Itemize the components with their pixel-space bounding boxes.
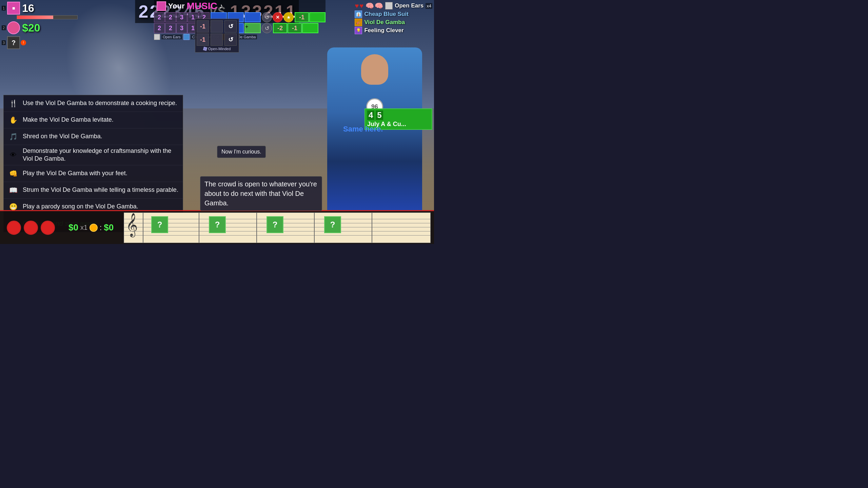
- action-icon-4: 👊: [7, 167, 19, 180]
- green-cell-2-neg1: -2: [273, 23, 287, 33]
- music-staff: 𝄞 ? ? ? ?: [124, 212, 431, 243]
- card-icons-brains: 🧠 🧠: [366, 2, 383, 10]
- hp-fill: [17, 16, 53, 19]
- brain-icon-1: 🧠: [366, 2, 374, 10]
- card-name-open-ears: Open Ears: [395, 2, 423, 9]
- music-header: Your MUSIC ♪: [154, 0, 326, 12]
- stat-row-lives: 1 ■ 16: [2, 2, 78, 15]
- om-refresh2: ↺: [224, 34, 237, 46]
- blue-cell-2-3: +: [244, 23, 261, 33]
- staff-question-3[interactable]: ?: [267, 216, 283, 233]
- action-item-3[interactable]: 👁 Demonstrate your knowledge of craftsma…: [4, 145, 183, 165]
- card-row-cheap-blue-suit: 👔 Cheap Blue Suit: [355, 11, 432, 18]
- card-row-feeling-clever: 💡 Feeling Clever: [355, 27, 432, 34]
- music-note-icon: ♪: [219, 2, 223, 11]
- viol-icon: 🎻: [355, 19, 362, 26]
- green-cell-1-main: [309, 12, 326, 22]
- bottom-score: $0: [104, 222, 114, 233]
- staff-divider-1: [143, 213, 143, 243]
- music-title: MUSIC: [186, 1, 217, 12]
- player-icon: ■: [7, 2, 20, 15]
- card-list: ♥ ♥ 🧠 🧠 Open Ears x4 👔 Cheap Blue Suit 🎻…: [355, 2, 432, 34]
- action-item-5[interactable]: 📖 Strum the Viol De Gamba while telling …: [4, 182, 183, 199]
- om-neg2: -1: [197, 34, 209, 46]
- player-money: $20: [22, 22, 40, 34]
- cheap-blue-suit-icon: [183, 34, 190, 40]
- speech-bubble-crowd: The crowd is open to whatever you're abo…: [200, 176, 322, 211]
- refresh-icon-1[interactable]: ↺: [262, 12, 272, 22]
- lives-section: [0, 221, 62, 235]
- card-name-cheap-blue-suit: Cheap Blue Suit: [364, 11, 408, 18]
- ms-cell-1-3: 3: [176, 12, 187, 22]
- star-icon-1[interactable]: ★: [283, 12, 294, 22]
- action-text-3: Demonstrate your knowledge of craftsmans…: [23, 147, 179, 163]
- action-icon-2: 🎵: [7, 130, 19, 143]
- ms-cell-2-2: 2: [165, 23, 176, 33]
- staff-divider-2: [199, 213, 199, 243]
- x4-badge: x4: [426, 3, 432, 9]
- heart-icon-1: ♥: [355, 2, 359, 10]
- staff-divider-3: [256, 213, 257, 243]
- row-label-3: 3: [2, 40, 6, 45]
- colon-text: :: [100, 223, 102, 232]
- curious-text: Now I'm curious.: [221, 149, 261, 155]
- om-cube-icon: [203, 47, 207, 51]
- money-section: $0 x1 : $0: [62, 222, 120, 233]
- action-item-2[interactable]: 🎵 Shred on the Viol De Gamba.: [4, 128, 183, 145]
- green-cells-1: -1: [295, 12, 326, 22]
- money-icon: [7, 21, 20, 34]
- card-row-viol-de-gamba: 🎻 Viol De Gamba: [355, 19, 432, 26]
- open-minded-panel: -1 ↺ -1 ↺ Open-Minded: [195, 19, 239, 53]
- open-ears-label: Open Ears: [161, 35, 182, 39]
- om-neg1: -1: [197, 20, 209, 33]
- refresh-icon-2[interactable]: ↺: [262, 23, 272, 33]
- action-text-0: Use the Viol De Gamba to demonstrate a c…: [23, 99, 177, 107]
- staff-question-1[interactable]: ?: [151, 216, 168, 233]
- bottom-hud: $0 x1 : $0 𝄞 ? ? ? ?: [0, 210, 434, 244]
- slot-3: 3 ? !: [2, 36, 78, 49]
- speech-bubble-curious: Now I'm curious.: [217, 146, 266, 158]
- player-lives: 16: [22, 2, 34, 15]
- opponent-hud: Your MUSIC ♪ 2 2 3 1 2 ↺ ✕ ★: [154, 0, 326, 40]
- green-cells-2: -2 -1: [273, 23, 318, 33]
- ear-icon: [385, 2, 393, 9]
- action-item-1[interactable]: ✋ Make the Viol De Gamba levitate.: [4, 112, 183, 128]
- brain-icon-2: 🧠: [375, 2, 383, 10]
- character-head: [361, 54, 388, 85]
- action-text-2: Shred on the Viol De Gamba.: [23, 133, 102, 140]
- blue-cell-1-3: [244, 12, 261, 22]
- july-numbers: 4 5: [367, 110, 430, 120]
- action-text-4: Play the Viol De Gamba with your feet.: [23, 169, 127, 177]
- x-icon-1[interactable]: ✕: [273, 12, 283, 22]
- stat-row-money: 2 $20: [2, 21, 78, 34]
- coin-icon: [90, 224, 98, 232]
- music-rows: 2 2 3 1 2 ↺ ✕ ★ -1 2: [154, 12, 326, 40]
- om-label-text: Open-Minded: [208, 47, 231, 51]
- action-item-4[interactable]: 👊 Play the Viol De Gamba with your feet.: [4, 165, 183, 182]
- multiply-text: x1: [80, 224, 87, 231]
- music-prefix: Your: [168, 2, 184, 11]
- om-empty1: [211, 20, 223, 33]
- music-cube-icon: [157, 1, 166, 11]
- unknown-card-icon: ?: [7, 36, 20, 49]
- action-icon-1: ✋: [7, 114, 19, 126]
- bottom-money: $0: [68, 222, 78, 233]
- action-text-5: Strum the Viol De Gamba while telling a …: [23, 186, 178, 194]
- action-text-6: Play a parody song on the Viol De Gamba.: [23, 203, 138, 210]
- action-text-1: Make the Viol De Gamba levitate.: [23, 116, 114, 124]
- action-item-0[interactable]: 🍴 Use the Viol De Gamba to demonstrate a…: [4, 95, 183, 112]
- action-icons-2: ↺: [262, 23, 272, 33]
- july-num-5: 5: [376, 110, 383, 120]
- staff-question-2[interactable]: ?: [209, 216, 226, 233]
- staff-divider-4: [314, 213, 315, 243]
- speech-bubble-same: Same here.: [339, 122, 387, 136]
- action-icon-5: 📖: [7, 184, 19, 196]
- staff-question-4[interactable]: ?: [324, 216, 341, 233]
- music-labels: Open Ears Cheap Blue Suit Viol De Gamba: [154, 34, 326, 40]
- july-num-4: 4: [367, 110, 374, 120]
- player-stats: 1 ■ 16 2 $20 3 ? !: [2, 2, 78, 49]
- card-icons-hearts: ♥ ♥: [355, 2, 363, 10]
- score-p1: 2: [138, 1, 148, 22]
- card-row-open-ears: ♥ ♥ 🧠 🧠 Open Ears x4: [355, 2, 432, 10]
- om-refresh1: ↺: [224, 20, 237, 33]
